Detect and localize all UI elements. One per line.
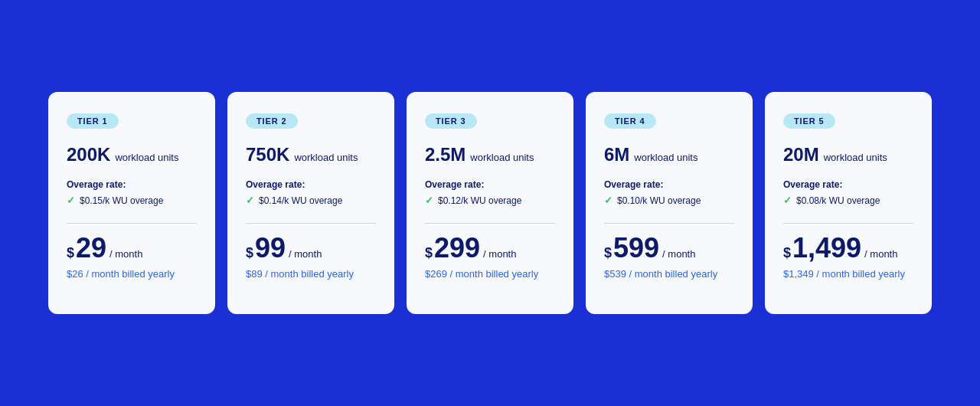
workload-row-tier-4: 6M workload units <box>604 144 734 165</box>
overage-section-tier-5: Overage rate: ✓ $0.08/k WU overage <box>783 179 913 206</box>
overage-section-tier-3: Overage rate: ✓ $0.12/k WU overage <box>425 179 555 206</box>
divider-tier-1 <box>67 223 197 224</box>
pricing-card-tier-2: TIER 2 750K workload units Overage rate:… <box>227 92 394 314</box>
check-icon-tier-2: ✓ <box>246 195 254 206</box>
yearly-price-tier-3: $269 / month billed yearly <box>425 268 555 280</box>
workload-number-tier-5: 20M <box>783 144 819 165</box>
overage-section-tier-2: Overage rate: ✓ $0.14/k WU overage <box>246 179 376 206</box>
price-period-tier-1: / month <box>109 248 142 260</box>
overage-rate-tier-4: ✓ $0.10/k WU overage <box>604 195 734 206</box>
check-icon-tier-4: ✓ <box>604 195 612 206</box>
overage-title-tier-4: Overage rate: <box>604 179 734 190</box>
price-period-tier-4: / month <box>662 248 695 260</box>
price-amount-tier-4: 599 <box>613 234 659 262</box>
workload-label-tier-5: workload units <box>824 152 887 163</box>
check-icon-tier-1: ✓ <box>67 195 75 206</box>
price-row-tier-5: $ 1,499 / month <box>783 234 913 262</box>
price-row-tier-2: $ 99 / month <box>246 234 376 262</box>
price-period-tier-3: / month <box>483 248 516 260</box>
pricing-card-tier-3: TIER 3 2.5M workload units Overage rate:… <box>407 92 573 314</box>
check-icon-tier-3: ✓ <box>425 195 433 206</box>
price-dollar-tier-4: $ <box>604 245 612 261</box>
overage-rate-value-tier-2: $0.14/k WU overage <box>259 195 342 206</box>
overage-title-tier-3: Overage rate: <box>425 179 555 190</box>
price-period-tier-5: / month <box>864 248 897 260</box>
check-icon-tier-5: ✓ <box>783 195 792 206</box>
overage-rate-value-tier-5: $0.08/k WU overage <box>796 195 880 206</box>
overage-section-tier-4: Overage rate: ✓ $0.10/k WU overage <box>604 179 734 206</box>
yearly-price-tier-2: $89 / month billed yearly <box>246 268 376 280</box>
divider-tier-3 <box>425 223 555 224</box>
price-dollar-tier-1: $ <box>67 245 74 261</box>
overage-section-tier-1: Overage rate: ✓ $0.15/k WU overage <box>67 179 197 206</box>
price-dollar-tier-2: $ <box>246 245 253 261</box>
pricing-card-tier-4: TIER 4 6M workload units Overage rate: ✓… <box>586 92 753 314</box>
workload-row-tier-3: 2.5M workload units <box>425 144 555 165</box>
price-row-tier-1: $ 29 / month <box>67 234 197 262</box>
price-dollar-tier-5: $ <box>783 245 791 261</box>
workload-number-tier-1: 200K <box>67 144 110 165</box>
tier-badge-tier-4: TIER 4 <box>604 113 656 129</box>
workload-label-tier-2: workload units <box>294 152 358 163</box>
overage-rate-value-tier-1: $0.15/k WU overage <box>80 195 163 206</box>
tier-badge-tier-2: TIER 2 <box>246 113 298 129</box>
price-dollar-tier-3: $ <box>425 245 433 261</box>
yearly-price-tier-5: $1,349 / month billed yearly <box>783 268 913 280</box>
price-amount-tier-3: 299 <box>434 234 480 262</box>
price-amount-tier-5: 1,499 <box>792 234 861 262</box>
overage-rate-value-tier-4: $0.10/k WU overage <box>617 195 701 206</box>
workload-label-tier-4: workload units <box>634 152 697 163</box>
price-amount-tier-2: 99 <box>255 234 286 262</box>
overage-rate-tier-2: ✓ $0.14/k WU overage <box>246 195 376 206</box>
yearly-price-tier-1: $26 / month billed yearly <box>67 268 197 280</box>
pricing-card-tier-5: TIER 5 20M workload units Overage rate: … <box>765 92 932 314</box>
workload-row-tier-5: 20M workload units <box>783 144 913 165</box>
workload-label-tier-3: workload units <box>470 152 534 163</box>
pricing-container: TIER 1 200K workload units Overage rate:… <box>11 61 969 345</box>
price-period-tier-2: / month <box>289 248 322 260</box>
yearly-price-tier-4: $539 / month billed yearly <box>604 268 734 280</box>
tier-badge-tier-5: TIER 5 <box>783 113 835 129</box>
tier-badge-tier-1: TIER 1 <box>67 113 119 129</box>
price-row-tier-3: $ 299 / month <box>425 234 555 262</box>
workload-row-tier-1: 200K workload units <box>67 144 197 165</box>
workload-number-tier-2: 750K <box>246 144 289 165</box>
overage-rate-tier-5: ✓ $0.08/k WU overage <box>783 195 913 206</box>
overage-rate-value-tier-3: $0.12/k WU overage <box>438 195 521 206</box>
divider-tier-4 <box>604 223 734 224</box>
overage-title-tier-5: Overage rate: <box>783 179 913 190</box>
divider-tier-2 <box>246 223 376 224</box>
overage-title-tier-1: Overage rate: <box>67 179 197 190</box>
workload-number-tier-3: 2.5M <box>425 144 466 165</box>
pricing-card-tier-1: TIER 1 200K workload units Overage rate:… <box>48 92 215 314</box>
workload-row-tier-2: 750K workload units <box>246 144 376 165</box>
divider-tier-5 <box>783 223 913 224</box>
workload-label-tier-1: workload units <box>115 152 178 163</box>
tier-badge-tier-3: TIER 3 <box>425 113 477 129</box>
price-row-tier-4: $ 599 / month <box>604 234 734 262</box>
overage-rate-tier-1: ✓ $0.15/k WU overage <box>67 195 197 206</box>
overage-title-tier-2: Overage rate: <box>246 179 376 190</box>
workload-number-tier-4: 6M <box>604 144 629 165</box>
price-amount-tier-1: 29 <box>76 234 106 262</box>
overage-rate-tier-3: ✓ $0.12/k WU overage <box>425 195 555 206</box>
